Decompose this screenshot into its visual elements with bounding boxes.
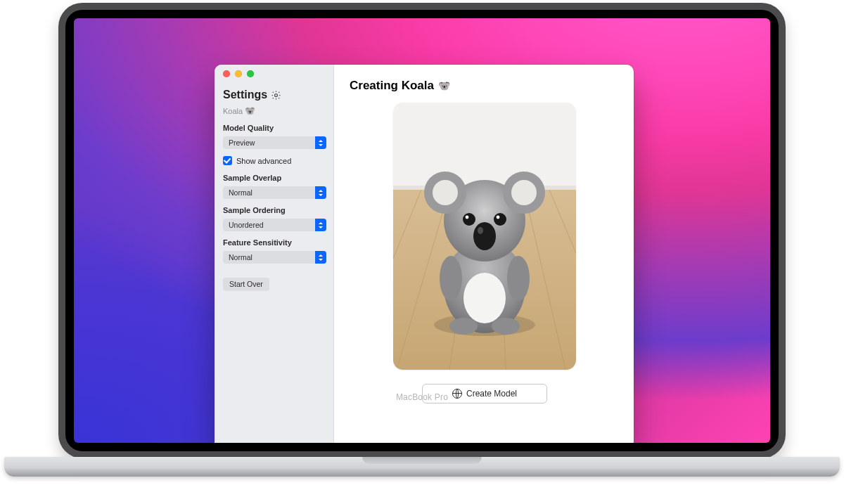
desktop-wallpaper: Settings Koala 🐨 Model Quality <box>74 18 770 443</box>
chevron-updown-icon <box>315 219 326 231</box>
svg-point-26 <box>473 222 496 250</box>
svg-point-15 <box>440 256 462 301</box>
svg-point-22 <box>463 213 475 226</box>
show-advanced-label: Show advanced <box>236 157 291 165</box>
svg-point-12 <box>463 273 506 323</box>
svg-point-14 <box>492 318 520 335</box>
laptop-screen: Settings Koala 🐨 Model Quality <box>65 10 779 451</box>
laptop-frame: Settings Koala 🐨 Model Quality <box>58 3 786 458</box>
sample-ordering-select[interactable]: Unordered <box>223 219 326 231</box>
laptop-base <box>4 457 840 477</box>
svg-point-21 <box>511 180 537 205</box>
svg-point-13 <box>449 318 478 335</box>
gear-icon <box>271 90 281 101</box>
svg-point-0 <box>275 93 278 96</box>
feature-sensitivity-value: Normal <box>229 253 252 261</box>
svg-point-16 <box>507 256 530 301</box>
feature-sensitivity-select[interactable]: Normal <box>223 251 326 264</box>
settings-title: Settings <box>223 89 326 101</box>
svg-rect-1 <box>393 103 576 187</box>
svg-point-24 <box>466 216 469 219</box>
start-over-button[interactable]: Start Over <box>223 278 269 290</box>
svg-point-19 <box>433 180 458 205</box>
model-quality-value: Preview <box>229 138 255 147</box>
model-quality-select[interactable]: Preview <box>223 136 326 149</box>
hardware-label: MacBook Pro <box>65 392 779 402</box>
preview-image <box>393 103 576 370</box>
chevron-updown-icon <box>315 186 326 199</box>
minimize-button[interactable] <box>235 70 242 77</box>
feature-sensitivity-label: Feature Sensitivity <box>223 238 326 247</box>
subject-name: Koala 🐨 <box>223 107 326 115</box>
zoom-button[interactable] <box>247 70 254 77</box>
svg-point-27 <box>478 227 483 234</box>
show-advanced-row[interactable]: Show advanced <box>223 156 326 165</box>
chevron-updown-icon <box>315 251 326 264</box>
sample-overlap-value: Normal <box>229 188 252 197</box>
app-window: Settings Koala 🐨 Model Quality <box>215 65 634 443</box>
model-quality-label: Model Quality <box>223 124 326 132</box>
koala-icon: 🐨 <box>438 81 450 91</box>
close-button[interactable] <box>223 70 230 77</box>
settings-sidebar: Settings Koala 🐨 Model Quality <box>215 65 334 443</box>
svg-point-25 <box>497 216 500 219</box>
sample-ordering-label: Sample Ordering <box>223 206 326 214</box>
settings-title-text: Settings <box>223 89 267 101</box>
sample-overlap-select[interactable]: Normal <box>223 186 326 199</box>
main-pane: Creating Koala 🐨 <box>334 65 634 443</box>
svg-point-23 <box>494 213 506 226</box>
window-traffic-lights <box>223 70 326 77</box>
sample-overlap-label: Sample Overlap <box>223 174 326 182</box>
page-title: Creating Koala 🐨 <box>350 79 450 93</box>
show-advanced-checkbox[interactable] <box>223 156 232 165</box>
chevron-updown-icon <box>315 136 326 149</box>
koala-icon: 🐨 <box>245 107 255 115</box>
sample-ordering-value: Unordered <box>229 221 264 229</box>
